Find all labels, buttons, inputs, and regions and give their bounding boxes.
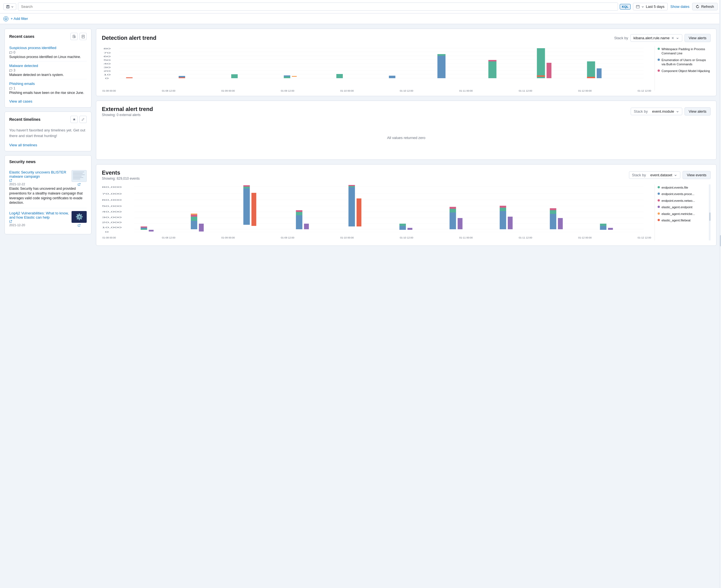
external-link-icon[interactable] xyxy=(9,179,12,182)
events-header: Events Showing: 829,010 events Stack by … xyxy=(102,170,710,181)
date-picker[interactable]: Last 5 days xyxy=(633,3,668,10)
star-icon xyxy=(73,118,76,121)
detection-clear-icon[interactable]: ✕ xyxy=(672,36,674,40)
view-all-timelines-button[interactable]: View all timelines xyxy=(9,143,37,147)
legend-dot xyxy=(658,206,660,208)
cases-icon-btn-1[interactable] xyxy=(71,33,78,40)
external-stack-select[interactable]: Stack by event.module xyxy=(631,108,682,115)
news-title[interactable]: Log4j2 Vulnerabilities: What to know, an… xyxy=(9,211,69,219)
news-thumb-area2: ⚙️ xyxy=(72,211,87,227)
svg-rect-57 xyxy=(597,68,601,78)
detection-stack-label: Stack by xyxy=(614,36,628,40)
external-zero-message: All values returned zero xyxy=(102,121,710,154)
svg-text:20: 20 xyxy=(103,70,111,72)
legend-dot xyxy=(658,186,660,188)
search-input[interactable] xyxy=(18,2,618,10)
svg-line-20 xyxy=(84,118,84,119)
svg-rect-56 xyxy=(587,77,595,78)
svg-rect-107 xyxy=(508,217,513,229)
svg-rect-87 xyxy=(243,185,250,187)
external-alert-card: External alert trend Showing: 0 external… xyxy=(96,101,717,160)
save-button[interactable] xyxy=(3,3,16,10)
legend-label: Enumeration of Users or Groups via Built… xyxy=(662,58,710,67)
news-date: 2021-12-22 xyxy=(9,183,69,186)
refresh-icon xyxy=(696,5,699,8)
svg-text:30: 30 xyxy=(103,66,111,69)
external-link-icon2[interactable] xyxy=(78,183,81,186)
svg-rect-40 xyxy=(179,76,185,77)
case-item: Suspicious process identified 0 Suspicio… xyxy=(9,43,87,61)
news-title[interactable]: Elastic Security uncovers BLISTER malwar… xyxy=(9,170,69,178)
svg-text:0: 0 xyxy=(105,77,109,80)
svg-rect-39 xyxy=(126,77,133,78)
timelines-empty-message: You haven't favorited any timelines yet.… xyxy=(9,126,87,141)
chevron-down-icon3 xyxy=(676,37,679,40)
detection-alert-header: Detection alert trend Stack by kibana.al… xyxy=(102,34,710,42)
svg-rect-2 xyxy=(7,7,9,8)
external-stack-value: event.module xyxy=(652,109,674,113)
topbar-right: Last 5 days Show dates Refresh xyxy=(633,3,718,10)
view-events-button[interactable]: View events xyxy=(683,171,710,179)
svg-rect-54 xyxy=(546,63,551,78)
external-alert-subtitle: Showing: 0 external alerts xyxy=(102,113,153,117)
view-alerts-button[interactable]: View alerts xyxy=(684,34,710,42)
case-title[interactable]: Malware detected xyxy=(9,64,38,68)
svg-text:30,000: 30,000 xyxy=(102,216,121,218)
news-thumbnail xyxy=(72,170,87,182)
external-stack-label: Stack by xyxy=(634,109,648,113)
case-comment-count: 0 xyxy=(9,50,87,55)
svg-rect-86 xyxy=(243,187,250,188)
external-view-alerts-button[interactable]: View alerts xyxy=(684,107,710,115)
svg-rect-1 xyxy=(7,5,9,6)
legend-dot xyxy=(658,59,660,61)
refresh-label: Refresh xyxy=(701,4,714,9)
view-all-cases-button[interactable]: View all cases xyxy=(9,99,32,103)
add-filter-button[interactable]: + Add filter xyxy=(11,17,28,21)
svg-rect-89 xyxy=(296,215,302,229)
filter-circle-icon[interactable] xyxy=(3,16,8,21)
news-text: Elastic Security uncovers BLISTER malwar… xyxy=(9,170,69,186)
cases-icon-btn-2[interactable] xyxy=(79,33,87,40)
detection-alert-card: Detection alert trend Stack by kibana.al… xyxy=(96,28,717,96)
external-alert-title: External alert trend xyxy=(102,106,153,112)
date-range-label: Last 5 days xyxy=(646,4,665,9)
show-dates-button[interactable]: Show dates xyxy=(670,4,689,9)
case-title[interactable]: Suspicious process identified xyxy=(9,46,56,50)
timelines-star-button[interactable] xyxy=(71,116,78,123)
refresh-button[interactable]: Refresh xyxy=(692,3,718,10)
legend-item: elastic_agent.endpoint xyxy=(658,205,710,209)
chevron-down-icon5 xyxy=(674,173,677,177)
external-link-icon3[interactable] xyxy=(9,220,12,223)
svg-rect-113 xyxy=(600,224,606,226)
svg-rect-78 xyxy=(141,227,147,228)
case-description: Phishing emails have been on the rise si… xyxy=(9,91,87,95)
detection-alert-title: Detection alert trend xyxy=(102,35,156,41)
detection-chart-legend: Whitespace Padding in Process Command Li… xyxy=(655,46,710,91)
kql-badge[interactable]: KQL xyxy=(620,4,631,9)
timelines-edit-button[interactable] xyxy=(79,116,87,123)
detection-stack-select[interactable]: kibana.alert.rule.name ✕ xyxy=(630,34,682,42)
legend-scrollbar2[interactable] xyxy=(709,184,710,240)
news-row: Elastic Security uncovers BLISTER malwar… xyxy=(9,170,87,186)
cases-export-icon xyxy=(81,35,85,38)
external-link-icon4[interactable] xyxy=(78,224,81,227)
case-title[interactable]: Phishing emails xyxy=(9,82,35,86)
svg-rect-82 xyxy=(191,215,197,217)
legend-dot xyxy=(658,199,660,202)
external-alert-title-area: External alert trend Showing: 0 external… xyxy=(102,106,153,117)
recent-cases-header: Recent cases xyxy=(9,33,87,40)
sidebar: Recent cases xyxy=(4,28,92,584)
svg-rect-81 xyxy=(191,217,197,221)
svg-rect-103 xyxy=(458,218,462,229)
main-layout: Recent cases xyxy=(0,24,721,588)
events-card: Events Showing: 829,010 events Stack by … xyxy=(96,164,717,246)
legend-label: elastic_agent.filebeat xyxy=(662,218,690,223)
events-stack-by-row: Stack by event.dataset View events xyxy=(629,171,710,179)
comment-icon xyxy=(9,51,12,54)
svg-text:70,000: 70,000 xyxy=(102,192,121,195)
svg-rect-79 xyxy=(149,230,154,231)
legend-label: endpoint.events.file xyxy=(662,186,688,190)
events-stack-select[interactable]: Stack by event.dataset xyxy=(629,171,681,179)
news-description: Elastic Security has uncovered and provi… xyxy=(9,186,87,205)
svg-rect-50 xyxy=(488,61,497,78)
